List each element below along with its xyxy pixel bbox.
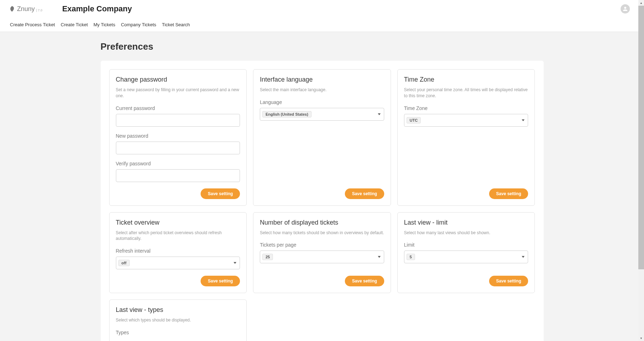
- perpage-value: 25: [262, 254, 273, 260]
- current-password-input[interactable]: [116, 114, 240, 127]
- avatar[interactable]: [621, 4, 630, 13]
- card-title: Last view - limit: [404, 219, 528, 226]
- card-desc: Select which types should be displayed.: [116, 317, 240, 323]
- timezone-select-wrapper: UTC: [404, 114, 528, 127]
- card-desc: Select your personal time zone. All time…: [404, 87, 528, 99]
- scroll-down-icon[interactable]: ▼: [638, 335, 644, 341]
- scroll-up-icon[interactable]: ▲: [638, 0, 644, 6]
- card-title: Number of displayed tickets: [260, 219, 384, 226]
- card-title: Ticket overview: [116, 219, 240, 226]
- logo-version: | 7.0: [36, 9, 42, 12]
- refresh-interval-value: off: [118, 260, 130, 266]
- company-name: Example Company: [62, 4, 132, 13]
- content: Preferences Change password Set a new pa…: [94, 41, 551, 341]
- verify-password-label: Verify password: [116, 161, 240, 166]
- language-select[interactable]: English (United States): [260, 108, 384, 121]
- refresh-interval-select-wrapper: off: [116, 257, 240, 269]
- card-ticket-overview: Ticket overview Select after which perio…: [109, 212, 247, 293]
- card-title: Interface language: [260, 76, 384, 83]
- page-title: Preferences: [101, 41, 544, 52]
- nav-my-tickets[interactable]: My Tickets: [94, 22, 115, 27]
- scrollbar[interactable]: ▲ ▼: [638, 0, 644, 341]
- card-title: Last view - types: [116, 306, 240, 314]
- nav-ticket-search[interactable]: Ticket Search: [162, 22, 190, 27]
- limit-select[interactable]: 5: [404, 251, 528, 263]
- timezone-label: Time Zone: [404, 105, 528, 111]
- card-desc: Select how many tickets should be shown …: [260, 230, 384, 236]
- save-limit-button[interactable]: Save setting: [489, 276, 528, 286]
- card-desc: Set a new password by filling in your cu…: [116, 87, 240, 99]
- save-password-button[interactable]: Save setting: [201, 188, 240, 199]
- header: Znuny | 7.0 Example Company: [0, 0, 644, 18]
- nav-create-ticket[interactable]: Create Ticket: [61, 22, 88, 27]
- perpage-select[interactable]: 25: [260, 251, 384, 263]
- button-row: Save setting: [404, 188, 528, 199]
- language-select-wrapper: English (United States): [260, 108, 384, 121]
- cards-grid: Change password Set a new password by fi…: [109, 69, 535, 341]
- timezone-select[interactable]: UTC: [404, 114, 528, 127]
- refresh-interval-label: Refresh interval: [116, 248, 240, 254]
- card-desc: Select the main interface language.: [260, 87, 384, 93]
- header-left: Znuny | 7.0 Example Company: [9, 4, 132, 13]
- card-time-zone: Time Zone Select your personal time zone…: [397, 69, 535, 206]
- new-password-input[interactable]: [116, 142, 240, 154]
- button-row: Save setting: [260, 188, 384, 199]
- save-refresh-button[interactable]: Save setting: [201, 276, 240, 286]
- nav-create-process-ticket[interactable]: Create Process Ticket: [10, 22, 55, 27]
- logo[interactable]: Znuny | 7.0: [9, 5, 42, 13]
- card-interface-language: Interface language Select the main inter…: [253, 69, 391, 206]
- types-label: Types: [116, 330, 240, 335]
- limit-value: 5: [407, 254, 415, 260]
- language-value: English (United States): [262, 111, 311, 117]
- verify-password-input[interactable]: [116, 169, 240, 182]
- new-password-label: New password: [116, 133, 240, 139]
- limit-select-wrapper: 5: [404, 251, 528, 263]
- card-desc: Select how many last views should be sho…: [404, 230, 528, 236]
- card-displayed-tickets: Number of displayed tickets Select how m…: [253, 212, 391, 293]
- timezone-value: UTC: [407, 117, 421, 123]
- button-row: Save setting: [116, 276, 240, 286]
- current-password-label: Current password: [116, 105, 240, 111]
- button-row: Save setting: [260, 276, 384, 286]
- content-wrapper: Preferences Change password Set a new pa…: [0, 32, 644, 341]
- znuny-logo-icon: [9, 5, 16, 12]
- language-label: Language: [260, 99, 384, 105]
- save-perpage-button[interactable]: Save setting: [345, 276, 384, 286]
- nav-bar: Create Process Ticket Create Ticket My T…: [0, 18, 644, 32]
- limit-label: Limit: [404, 242, 528, 248]
- logo-text: Znuny: [17, 5, 35, 13]
- perpage-select-wrapper: 25: [260, 251, 384, 263]
- save-timezone-button[interactable]: Save setting: [489, 188, 528, 199]
- preferences-panel: Change password Set a new password by fi…: [101, 61, 544, 341]
- button-row: Save setting: [116, 188, 240, 199]
- card-desc: Select after which period ticket overvie…: [116, 230, 240, 242]
- perpage-label: Tickets per page: [260, 242, 384, 248]
- refresh-interval-select[interactable]: off: [116, 257, 240, 269]
- nav-company-tickets[interactable]: Company Tickets: [121, 22, 156, 27]
- card-title: Time Zone: [404, 76, 528, 83]
- save-language-button[interactable]: Save setting: [345, 188, 384, 199]
- scroll-track[interactable]: [638, 269, 644, 335]
- button-row: Save setting: [404, 276, 528, 286]
- card-last-view-limit: Last view - limit Select how many last v…: [397, 212, 535, 293]
- card-last-view-types: Last view - types Select which types sho…: [109, 299, 247, 341]
- card-change-password: Change password Set a new password by fi…: [109, 69, 247, 206]
- scroll-thumb[interactable]: [638, 6, 644, 269]
- user-icon: [622, 6, 628, 12]
- card-title: Change password: [116, 76, 240, 83]
